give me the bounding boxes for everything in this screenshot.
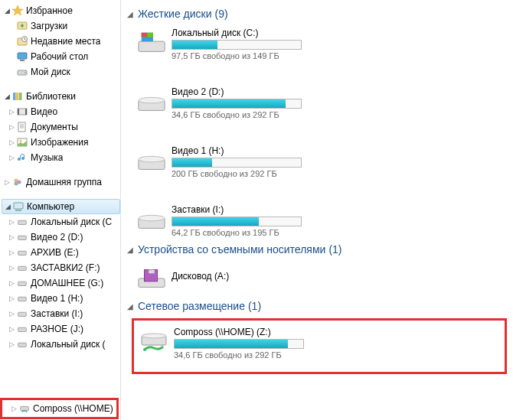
nav-item-recent[interactable]: Недавние места: [2, 34, 120, 49]
nav-item-video[interactable]: ▷ Видео: [2, 104, 120, 119]
content-pane: ◢ Жесткие диски (9) Локальный диск (C:) …: [121, 0, 513, 420]
capacity-bar: [172, 99, 302, 109]
drive-item[interactable]: Заставки (I:) 64,2 ГБ свободно из 195 ГБ: [135, 203, 319, 239]
nav-section-favorites: ◢ Избранное Загрузки Недавние места Рабо…: [2, 3, 120, 80]
nav-item-drive-i[interactable]: ▷Заставки (I:): [2, 306, 120, 321]
drive-item[interactable]: Видео 1 (H:) 200 ГБ свободно из 292 ГБ: [135, 144, 319, 180]
nav-label: АРХИВ (E:): [31, 247, 79, 258]
collapse-icon: ◢: [127, 302, 133, 311]
svg-rect-31: [18, 312, 27, 316]
chevron-down-icon: ◢: [3, 93, 11, 100]
nav-item-pictures[interactable]: ▷ Изображения: [2, 135, 120, 150]
svg-point-44: [139, 215, 165, 221]
nav-label: Видео 2 (D:): [31, 232, 83, 243]
drive-status: 97,5 ГБ свободно из 149 ГБ: [172, 51, 317, 60]
svg-rect-9: [16, 93, 19, 100]
nav-item-mydisk[interactable]: Мой диск: [2, 64, 120, 80]
homegroup-icon: [11, 176, 24, 188]
nav-libraries[interactable]: ◢ Библиотеки: [2, 89, 120, 104]
nav-item-drive-local[interactable]: ▷Локальный диск (: [2, 337, 120, 352]
collapse-icon: ◢: [127, 10, 133, 18]
drive-icon: [16, 308, 28, 320]
nav-label: Локальный диск (: [31, 339, 106, 350]
group-header-harddrives[interactable]: ◢ Жесткие диски (9): [127, 8, 513, 20]
nav-item-drive-d[interactable]: ▷Видео 2 (D:): [2, 230, 120, 245]
nav-item-desktop[interactable]: Рабочий стол: [2, 49, 120, 64]
nav-label: Видео: [31, 106, 57, 117]
drive-item[interactable]: Дисковод (A:): [135, 262, 319, 295]
chevron-right-icon: ▷: [8, 138, 15, 146]
nav-item-drive-e[interactable]: ▷АРХИВ (E:): [2, 245, 120, 260]
nav-label: Мой диск: [31, 67, 70, 77]
nav-favorites[interactable]: ◢ Избранное: [2, 3, 120, 18]
group-count: (1): [328, 243, 341, 256]
chevron-right-icon: ▷: [10, 405, 18, 412]
chevron-right-icon: ▷: [8, 310, 15, 317]
svg-rect-24: [15, 210, 21, 211]
drive-name: Локальный диск (C:): [172, 28, 317, 38]
nav-item-drive-f[interactable]: ▷ЗАСТАВКИ2 (F:): [2, 260, 120, 275]
nav-computer[interactable]: ◢ Компьютер: [2, 199, 120, 214]
drive-item[interactable]: Видео 2 (D:) 34,6 ГБ свободно из 292 ГБ: [135, 85, 319, 121]
drive-icon: [16, 292, 28, 304]
star-icon: [11, 5, 24, 17]
nav-item-network-drive[interactable]: ▷ Composs (\\HOME): [4, 401, 115, 416]
group-title: Устройства со съемными носителями: [138, 243, 325, 256]
group-header-network[interactable]: ◢ Сетевое размещение (1): [127, 300, 513, 312]
drive-icon: [16, 338, 28, 350]
svg-rect-37: [142, 33, 148, 37]
nav-label: Библиотеки: [26, 91, 76, 102]
chevron-right-icon: ▷: [8, 340, 15, 348]
group-header-removable[interactable]: ◢ Устройства со съемными носителями (1): [127, 243, 513, 256]
chevron-down-icon: ◢: [4, 203, 11, 210]
capacity-bar: [174, 339, 304, 349]
svg-rect-25: [18, 220, 27, 224]
group-count: (9): [215, 8, 228, 20]
svg-rect-33: [18, 343, 27, 347]
drive-icon: [16, 231, 28, 243]
highlighted-network-drive: Composs (\\HOME) (Z:) 34,6 ГБ свободно и…: [132, 318, 507, 374]
nav-item-music[interactable]: ▷ Музыка: [2, 150, 120, 165]
chevron-right-icon: ▷: [8, 279, 15, 287]
libraries-icon: [11, 90, 24, 103]
drive-item[interactable]: Локальный диск (C:) 97,5 ГБ свободно из …: [135, 26, 319, 62]
nav-homegroup[interactable]: ▷ Домашняя группа: [2, 174, 120, 190]
nav-item-drive-c[interactable]: ▷Локальный диск (C: [2, 214, 120, 230]
chevron-down-icon: ◢: [3, 7, 11, 15]
svg-rect-13: [25, 109, 27, 115]
hdd-icon: [136, 86, 167, 117]
drive-name: Заставки (I:): [172, 204, 317, 215]
drive-item[interactable]: Composs (\\HOME) (Z:) 34,6 ГБ свободно и…: [137, 325, 367, 361]
drive-icon: [16, 323, 28, 335]
downloads-icon: [16, 20, 28, 32]
svg-point-22: [15, 182, 18, 186]
nav-label: Заставки (I:): [31, 308, 83, 319]
nav-item-drive-j[interactable]: ▷РАЗНОЕ (J:): [2, 321, 120, 337]
drive-status: 200 ГБ свободно из 292 ГБ: [172, 169, 317, 178]
chevron-right-icon: ▷: [8, 264, 15, 272]
svg-rect-5: [20, 60, 25, 61]
music-icon: [16, 151, 28, 164]
group-title: Жесткие диски: [138, 8, 212, 20]
pictures-icon: [16, 136, 28, 148]
nav-item-drive-h[interactable]: ▷Видео 1 (H:): [2, 291, 120, 306]
documents-icon: [16, 121, 28, 133]
group-title: Сетевое размещение: [138, 300, 245, 312]
drive-name: Видео 1 (H:): [172, 145, 317, 156]
svg-rect-47: [149, 270, 155, 274]
svg-point-7: [25, 72, 26, 73]
drive-name: Дисковод (A:): [172, 271, 317, 282]
svg-rect-12: [18, 109, 19, 115]
svg-rect-28: [18, 266, 27, 270]
nav-item-downloads[interactable]: Загрузки: [2, 18, 120, 34]
svg-rect-8: [13, 93, 16, 100]
svg-point-19: [20, 140, 22, 142]
drives-grid: Дисковод (A:): [135, 262, 513, 295]
svg-rect-38: [147, 33, 153, 37]
svg-rect-27: [18, 251, 27, 255]
drive-icon: [16, 277, 28, 289]
nav-section-homegroup: ▷ Домашняя группа: [2, 174, 120, 190]
nav-item-documents[interactable]: ▷ Документы: [2, 119, 120, 135]
nav-item-drive-g[interactable]: ▷ДОМАШНЕЕ (G:): [2, 275, 120, 291]
drive-name: Composs (\\HOME) (Z:): [174, 327, 365, 337]
